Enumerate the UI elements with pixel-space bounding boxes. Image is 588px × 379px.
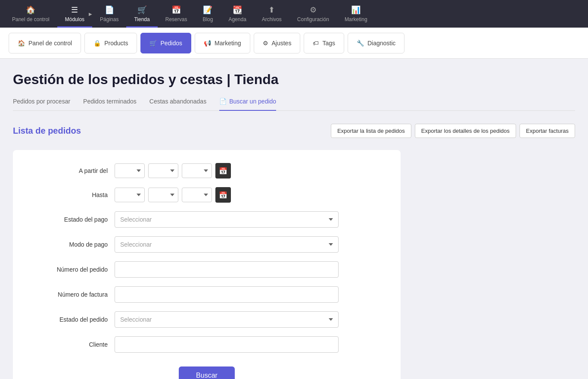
tab-buscar[interactable]: 📄 Buscar un pedido (219, 98, 276, 111)
tab-terminados[interactable]: Pedidos terminados (83, 98, 137, 111)
cart-sub-icon: 🛒 (149, 40, 157, 47)
hasta-calendar-button[interactable]: 📅 (215, 187, 231, 203)
nav-configuracion[interactable]: ⚙ Configuración (289, 0, 337, 28)
subnav-ajustes-label: Ajustes (272, 40, 292, 47)
tab-por-procesar-label: Pedidos por procesar (13, 98, 70, 105)
nav-panel-de-control[interactable]: 🏠 Panel de control (4, 0, 57, 28)
modo-pago-controls: Seleccionar (115, 236, 383, 253)
nav-tienda[interactable]: 🛒 Tienda (126, 0, 157, 28)
nav-paginas[interactable]: 📄 Páginas (92, 0, 126, 28)
subnav-ajustes[interactable]: ⚙ Ajustes (254, 33, 301, 53)
form-row-modo-pago: Modo de pago Seleccionar (30, 236, 383, 253)
nav-marketing-label: Marketing (345, 16, 367, 22)
apartir-day-select[interactable] (115, 163, 145, 178)
numero-pedido-input[interactable] (115, 261, 339, 278)
form-row-numero-pedido: Número del pedido (30, 261, 383, 278)
agenda-icon: 📆 (233, 5, 242, 15)
marketing-icon: 📊 (351, 5, 361, 15)
blog-icon: 📝 (203, 5, 212, 15)
page-title: Gestión de los pedidos y cestas | Tienda (13, 72, 575, 88)
hasta-month-select[interactable] (148, 188, 178, 202)
home-sub-icon: 🏠 (18, 40, 25, 47)
tag-icon: 🏷 (313, 40, 319, 47)
export-invoices-button[interactable]: Exportar facturas (520, 124, 575, 138)
export-details-button[interactable]: Exportar los detalles de los pedidos (415, 124, 516, 138)
top-navigation: 🏠 Panel de control ☰ Módulos ▶ 📄 Páginas… (0, 0, 588, 28)
nav-agenda-label: Agenda (228, 16, 246, 22)
megaphone-icon: 📢 (204, 40, 211, 47)
nav-archivos-label: Archivos (262, 16, 282, 22)
tab-terminados-label: Pedidos terminados (83, 98, 137, 105)
document-icon: 📄 (219, 98, 227, 105)
modo-pago-select[interactable]: Seleccionar (115, 236, 339, 253)
nav-modulos[interactable]: ☰ Módulos (57, 0, 92, 28)
nav-reservas[interactable]: 📅 Reservas (158, 0, 195, 28)
cliente-label: Cliente (30, 341, 108, 348)
hasta-label: Hasta (30, 191, 108, 198)
export-list-button[interactable]: Exportar la lista de pedidos (331, 124, 411, 138)
apartir-label: A partir del (30, 167, 108, 174)
estado-pedido-label: Estado del pedido (30, 316, 108, 323)
main-content: Gestión de los pedidos y cestas | Tienda… (0, 59, 588, 379)
cliente-controls (115, 336, 383, 353)
subnav-panel-de-control[interactable]: 🏠 Panel de control (9, 33, 81, 53)
nav-modulos-label: Módulos (65, 16, 84, 22)
search-button[interactable]: Buscar (179, 366, 235, 379)
export-buttons-group: Exportar la lista de pedidos Exportar lo… (331, 124, 575, 138)
files-icon: ⬆ (268, 5, 275, 15)
numero-factura-input[interactable] (115, 286, 339, 303)
lock-icon: 🔒 (93, 40, 101, 47)
subnav-pedidos-label: Pedidos (160, 40, 182, 47)
form-row-numero-factura: Número de factura (30, 286, 383, 303)
numero-factura-controls (115, 286, 383, 303)
form-row-cliente: Cliente (30, 336, 383, 353)
modules-icon: ☰ (71, 5, 78, 15)
hasta-year-select[interactable] (182, 188, 212, 202)
wrench-icon: 🔧 (357, 40, 364, 47)
section-title: Lista de pedidos (13, 126, 81, 136)
search-button-row: Buscar (30, 366, 383, 379)
nav-tienda-label: Tienda (134, 16, 149, 22)
apartir-year-select[interactable] (182, 163, 212, 178)
nav-marketing[interactable]: 📊 Marketing (337, 0, 375, 28)
tab-por-procesar[interactable]: Pedidos por procesar (13, 98, 70, 111)
subnav-marketing-label: Marketing (215, 40, 241, 47)
subnav-tags[interactable]: 🏷 Tags (304, 33, 344, 53)
subnav-pedidos[interactable]: 🛒 Pedidos (140, 33, 191, 53)
subnav-tags-label: Tags (322, 40, 335, 47)
subnav-products[interactable]: 🔒 Products (84, 33, 137, 53)
nav-blog[interactable]: 📝 Blog (195, 0, 221, 28)
search-form: A partir del 📅 Hasta (13, 150, 401, 379)
nav-configuracion-label: Configuración (297, 16, 329, 22)
nav-reservas-label: Reservas (165, 16, 187, 22)
subnav-marketing[interactable]: 📢 Marketing (195, 33, 250, 53)
apartir-month-select[interactable] (148, 163, 178, 178)
gear-icon: ⚙ (263, 40, 268, 47)
tab-buscar-label: Buscar un pedido (229, 98, 276, 105)
nav-archivos[interactable]: ⬆ Archivos (254, 0, 289, 28)
tab-cestas-label: Cestas abandonadas (149, 98, 206, 105)
tab-cestas[interactable]: Cestas abandonadas (149, 98, 206, 111)
subnav-diagnostic[interactable]: 🔧 Diagnostic (348, 33, 404, 53)
estado-pedido-select[interactable]: Seleccionar (115, 311, 339, 328)
numero-factura-label: Número de factura (30, 291, 108, 298)
nav-agenda[interactable]: 📆 Agenda (221, 0, 254, 28)
estado-pago-select[interactable]: Seleccionar (115, 211, 339, 228)
nav-paginas-label: Páginas (100, 16, 118, 22)
nav-panel-label: Panel de control (12, 16, 50, 22)
apartir-calendar-button[interactable]: 📅 (215, 163, 231, 179)
estado-pago-label: Estado del pago (30, 216, 108, 223)
store-icon: 🛒 (137, 5, 147, 15)
section-header: Lista de pedidos Exportar la lista de pe… (13, 124, 575, 138)
subnav-panel-label: Panel de control (28, 40, 72, 47)
settings-icon: ⚙ (310, 5, 317, 15)
subnav-products-label: Products (104, 40, 128, 47)
form-row-estado-pedido: Estado del pedido Seleccionar (30, 311, 383, 328)
cliente-input[interactable] (115, 336, 339, 353)
apartir-controls: 📅 (115, 163, 383, 179)
modo-pago-label: Modo de pago (30, 241, 108, 248)
subnav-diagnostic-label: Diagnostic (367, 40, 395, 47)
estado-pago-controls: Seleccionar (115, 211, 383, 228)
form-row-estado-pago: Estado del pago Seleccionar (30, 211, 383, 228)
hasta-day-select[interactable] (115, 188, 145, 202)
